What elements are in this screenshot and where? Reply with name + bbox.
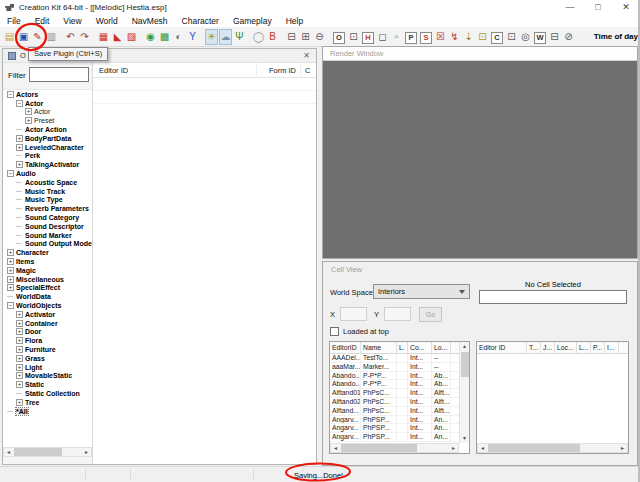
tree-item-music-type[interactable]: Music Type — [3, 196, 92, 205]
expand-icon[interactable]: + — [16, 320, 23, 327]
collapse-icon[interactable]: − — [16, 100, 23, 107]
small-window-icon[interactable]: ▫ — [390, 29, 403, 45]
cell-border-icon[interactable]: C — [491, 32, 503, 44]
table-row[interactable]: Alftand02PhPsC...Int...Alft... — [330, 398, 459, 407]
window2-icon[interactable]: ⊡ — [505, 29, 518, 45]
drop-marker-icon[interactable]: ⇣ — [462, 29, 475, 45]
tree-item-talkingactivator[interactable]: +TalkingActivator — [3, 160, 92, 169]
maximize-icon[interactable]: □ — [584, 0, 612, 15]
menu-item-world[interactable]: World — [89, 15, 125, 27]
table-row[interactable]: Abando...P-P*P...Int...Ab... — [330, 372, 459, 381]
tree-item-magic[interactable]: +Magic — [3, 266, 92, 275]
scrollbar-thumb[interactable] — [341, 444, 417, 452]
scroll-down-icon[interactable]: ▾ — [460, 434, 470, 443]
table-row[interactable]: Angarv...PhPSP...Int...An... — [330, 424, 459, 433]
window-cascade-icon[interactable]: ⊟ — [285, 29, 298, 45]
expand-icon[interactable]: + — [16, 161, 23, 168]
scroll-right-icon[interactable]: ▸ — [618, 444, 627, 452]
scroll-right-icon[interactable]: ▸ — [82, 448, 91, 456]
column-header-editor-id[interactable]: Editor ID — [477, 342, 527, 353]
toggle-grass-icon[interactable]: Ψ — [233, 29, 246, 45]
expand-icon[interactable]: + — [16, 328, 23, 335]
table-row[interactable]: Alftand...PhPsC...Int...Alft... — [330, 407, 459, 416]
tree-item-light[interactable]: +Light — [3, 363, 92, 372]
selected-cell-input[interactable] — [479, 290, 627, 304]
scrollbar-track[interactable] — [487, 444, 618, 452]
world-spaces-icon[interactable]: ◉ — [144, 29, 157, 45]
table-row[interactable]: aaaMar...Marker...Int...-- — [330, 363, 459, 372]
column-header-name[interactable]: Name — [361, 342, 397, 353]
column-header-lo[interactable]: Lo... — [432, 342, 451, 353]
tree-item-bodypartdata[interactable]: +BodyPartData — [3, 134, 92, 143]
open-plugin-icon[interactable]: ▤ — [3, 29, 16, 45]
object-window-close-icon[interactable]: ✕ — [303, 51, 310, 60]
tree-item-preset[interactable]: +Preset — [3, 116, 92, 125]
tree-item-reverb-parameters[interactable]: Reverb Parameters — [3, 204, 92, 213]
expand-icon[interactable]: + — [16, 311, 23, 318]
collapse-icon[interactable]: − — [7, 170, 14, 177]
no-entry-icon[interactable]: ⊘ — [562, 29, 575, 45]
tree-item-door[interactable]: +Door — [3, 328, 92, 337]
menu-item-view[interactable]: View — [56, 15, 88, 27]
hook-markers-icon[interactable]: ↯ — [448, 29, 461, 45]
tree-item-container[interactable]: +Container — [3, 319, 92, 328]
column-header-editor-id[interactable]: Editor ID — [93, 66, 256, 75]
minimize-icon[interactable]: — — [556, 0, 584, 15]
expand-icon[interactable]: + — [7, 276, 14, 283]
height-editing-icon[interactable]: H — [362, 32, 374, 44]
tree-item-sound-category[interactable]: Sound Category — [3, 213, 92, 222]
scroll-left-icon[interactable]: ◂ — [4, 448, 13, 456]
cube-view-icon[interactable]: ◻ — [376, 29, 389, 45]
column-header-editorid[interactable]: EditorID — [330, 342, 361, 353]
tree-item-leveledcharacter[interactable]: +LeveledCharacter — [3, 143, 92, 152]
expand-icon[interactable]: + — [16, 144, 23, 151]
landscape-editing-icon[interactable]: ▩ — [158, 29, 171, 45]
tree-item-character[interactable]: +Character — [3, 248, 92, 257]
menu-item-file[interactable]: File — [0, 15, 28, 27]
close-icon[interactable]: ✕ — [612, 0, 640, 15]
window3-icon[interactable]: ⊟ — [548, 29, 561, 45]
expand-icon[interactable]: + — [16, 135, 23, 142]
tree-item-static-collection[interactable]: Static Collection — [3, 389, 92, 398]
tree-item-perk[interactable]: Perk — [3, 152, 92, 161]
table-row[interactable]: Angarv...PhPSP...Int...An... — [330, 416, 459, 425]
tree-item-furniture[interactable]: +Furniture — [3, 345, 92, 354]
column-header-i[interactable]: I... — [605, 342, 619, 353]
toggle-lights-icon[interactable]: ☀ — [205, 29, 218, 45]
tree-item-audio[interactable]: −Audio — [3, 169, 92, 178]
loaded-at-top-checkbox[interactable] — [330, 327, 339, 336]
run-havok-sim-icon[interactable]: Y — [186, 29, 199, 45]
column-header-l[interactable]: L. — [397, 342, 408, 353]
preferences-icon[interactable]: ▥ — [45, 29, 58, 45]
column-header-l[interactable]: L... — [577, 342, 591, 353]
menu-item-character[interactable]: Character — [175, 15, 226, 27]
column-header-form-id[interactable]: Form ID — [256, 63, 300, 78]
menu-item-edit[interactable]: Edit — [28, 15, 57, 27]
dialogue-icon[interactable]: ◯ — [252, 29, 265, 45]
scrollbar-thumb[interactable] — [14, 448, 62, 456]
snap-to-angle-icon[interactable]: ◣ — [111, 29, 124, 45]
tree-item-items[interactable]: +Items — [3, 257, 92, 266]
light-box-icon[interactable]: ⊡ — [476, 29, 489, 45]
tree-item-worlddata[interactable]: WorldData — [3, 292, 92, 301]
column-header-loc[interactable]: Loc... — [555, 342, 577, 353]
table-row[interactable]: Alftand01PhPsC...Int...Alft... — [330, 389, 459, 398]
scrollbar-thumb[interactable] — [461, 352, 469, 377]
snap-to-grid-icon[interactable]: ▦ — [97, 29, 110, 45]
column-header-j[interactable]: J... — [541, 342, 555, 353]
room-marker-icon[interactable]: S — [420, 32, 432, 44]
expand-icon[interactable]: + — [25, 108, 32, 115]
expand-icon[interactable]: + — [16, 346, 23, 353]
scrollbar-track[interactable] — [13, 448, 82, 456]
collapse-icon[interactable]: − — [7, 91, 14, 98]
scroll-up-icon[interactable]: ▴ — [460, 342, 470, 351]
tree-item-acoustic-space[interactable]: Acoustic Space — [3, 178, 92, 187]
cell-list-vertical-scrollbar[interactable]: ▴ ▾ — [459, 342, 469, 443]
export-dialogue-icon[interactable]: B — [266, 29, 279, 45]
menu-item-help[interactable]: Help — [279, 15, 310, 27]
version-control-icon[interactable]: ✎ — [31, 29, 44, 45]
portals-icon[interactable]: P — [405, 32, 417, 44]
table-row[interactable]: Angarv...PhPSP...Int...An... — [330, 433, 459, 442]
redo-icon[interactable]: ↷ — [78, 29, 91, 45]
expand-icon[interactable]: + — [25, 117, 32, 124]
